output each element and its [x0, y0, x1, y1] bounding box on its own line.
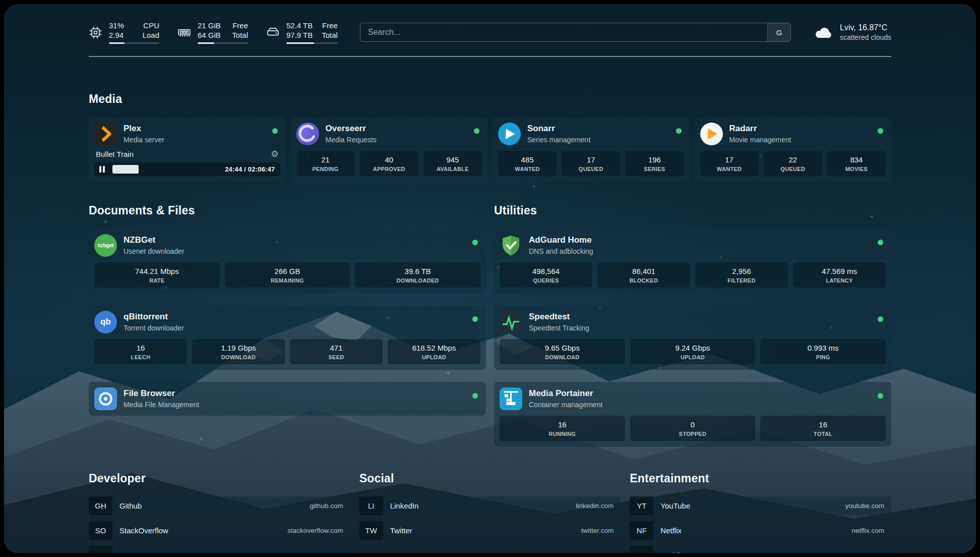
stat-seed: 471 SEED [290, 339, 383, 364]
stat-series: 196 SERIES [625, 151, 684, 176]
status-dot [472, 316, 478, 322]
service-name: Speedtest [529, 312, 589, 322]
section-title-social: Social [359, 472, 621, 485]
stat-movies: 834 MOVIES [827, 151, 886, 176]
weather-widget: Lviv, 16.87°C scattered clouds [814, 23, 891, 41]
service-subtitle: Usenet downloader [124, 247, 185, 255]
top-bar: 31% CPU 2.94 Load [89, 4, 891, 44]
section-title-developer: Developer [89, 472, 350, 485]
memory-free-label: Free [232, 21, 248, 31]
bookmark-name: DEV [119, 551, 135, 553]
portainer-card[interactable]: Media Portainer Container management 16 … [494, 382, 891, 447]
stat-approved: 40 APPROVED [360, 151, 418, 176]
bookmark-name: Reddit [660, 551, 682, 553]
stat-pending: 21 PENDING [296, 151, 355, 176]
bookmark-stackoverflow[interactable]: SO StackOverflow stackoverflow.com [89, 521, 350, 540]
service-name: Media Portainer [529, 388, 602, 399]
snow-specks [4, 4, 6, 6]
disk-free: 52.4 TB [286, 21, 313, 31]
memory-icon [177, 26, 191, 39]
service-subtitle: Media Requests [326, 136, 377, 144]
filebrowser-card[interactable]: File Browser Media File Management [89, 382, 486, 416]
memory-total-label: Total [232, 31, 248, 40]
bookmark-url: stackoverflow.com [287, 527, 343, 534]
radarr-card[interactable]: Radarr Movie management 17 WANTED 22 QUE… [695, 117, 892, 182]
portainer-crane-icon [500, 387, 522, 410]
disk-total-label: Total [322, 31, 338, 40]
service-name: qBittorrent [124, 312, 184, 322]
service-subtitle: Media File Management [124, 401, 199, 409]
service-name: Sonarr [527, 124, 590, 134]
pause-icon[interactable] [99, 166, 105, 173]
search-input[interactable] [360, 23, 767, 41]
service-name: AdGuard Home [529, 235, 593, 245]
bookmark-name: LinkedIn [390, 502, 419, 510]
stat-wanted: 485 WANTED [498, 151, 557, 176]
cpu-label: CPU [143, 21, 159, 31]
service-subtitle: Media server [124, 136, 164, 144]
weather-location: Lviv, 16.87°C [840, 23, 891, 32]
memory-free: 21 GiB [198, 21, 221, 31]
bookmark-abbr: NF [630, 521, 653, 540]
cpu-bar-fill [109, 42, 125, 44]
stat-rate: 744.21 Mbps RATE [94, 262, 220, 288]
sonarr-card[interactable]: Sonarr Series management 485 WANTED 17 Q… [493, 117, 690, 182]
memory-widget: 21 GiB Free 64 GiB Total [177, 21, 248, 44]
stat-latency: 47.569 ms LATENCY [793, 262, 886, 288]
bookmark-url: twitter.com [581, 527, 614, 534]
bookmark-name: YouTube [660, 502, 690, 510]
overseerr-card[interactable]: Overseerr Media Requests 21 PENDING 40 A… [291, 117, 488, 182]
disk-icon [266, 26, 280, 39]
service-name: File Browser [124, 388, 199, 399]
bookmark-name: Netflix [660, 526, 682, 535]
bookmark-twitter[interactable]: TW Twitter twitter.com [359, 521, 621, 540]
gear-icon[interactable]: ⚙ [271, 150, 278, 158]
topbar-divider [89, 56, 891, 57]
qbittorrent-card[interactable]: qb qBittorrent Torrent downloader 16 LEE… [89, 305, 486, 370]
adguard-card[interactable]: AdGuard Home DNS and adblocking 498,564 … [494, 229, 891, 293]
playback-progress-bar[interactable]: 24:44 / 02:06:47 [94, 162, 280, 176]
disk-free-label: Free [322, 21, 338, 31]
bookmark-url: dev.to [325, 551, 343, 553]
bookmark-reddit[interactable]: RE Reddit reddit.com [630, 546, 891, 553]
now-playing-title: Bullet Train [96, 150, 134, 158]
plex-card[interactable]: Plex Media server Bullet Train ⚙ 24:44 /… [89, 117, 286, 182]
service-subtitle: DNS and adblocking [529, 247, 593, 255]
service-subtitle: Movie management [729, 136, 791, 144]
bookmark-linkedin[interactable]: LI LinkedIn linkedin.com [359, 496, 621, 515]
search-provider-button[interactable]: G [767, 23, 790, 41]
bookmark-github[interactable]: GH Github github.com [89, 496, 350, 515]
status-dot [474, 128, 479, 134]
cpu-percent: 31% [109, 21, 124, 31]
bookmark-dev[interactable]: DT DEV dev.to [89, 546, 350, 553]
bookmark-name: StackOverflow [119, 526, 168, 535]
bookmark-netflix[interactable]: NF Netflix netflix.com [630, 521, 891, 540]
qbittorrent-icon: qb [94, 311, 117, 333]
bookmark-name: Twitter [390, 526, 412, 535]
cpu-load: 2.94 [109, 31, 124, 40]
memory-bar [198, 42, 248, 44]
memory-bar-fill [198, 42, 214, 44]
bookmark-abbr: RE [630, 546, 653, 553]
nzbget-card[interactable]: nzbget NZBGet Usenet downloader 744.21 M… [89, 229, 486, 293]
bookmark-abbr: GH [89, 496, 112, 515]
playback-progress-fill [112, 165, 139, 174]
stat-remaining: 266 GB REMAINING [225, 262, 350, 288]
section-title-documents: Documents & Files [89, 204, 486, 217]
stat-download: 9.65 Gbps DOWNLOAD [500, 339, 625, 364]
status-dot [472, 393, 478, 399]
section-title-media: Media [89, 92, 891, 106]
bookmark-name: Github [119, 502, 142, 510]
bookmark-url: linkedin.com [576, 502, 614, 510]
bookmark-url: youtube.com [845, 502, 884, 510]
bookmark-youtube[interactable]: YT YouTube youtube.com [630, 496, 891, 515]
speedtest-card[interactable]: Speedtest Speedtest Tracking 9.65 Gbps D… [494, 305, 891, 370]
service-name: Plex [124, 124, 164, 134]
disk-widget: 52.4 TB Free 97.9 TB Total [266, 21, 338, 44]
developer-column: Developer GH Github github.com SO StackO… [89, 472, 350, 553]
status-dot [272, 128, 278, 134]
cpu-load-label: Load [143, 31, 159, 40]
stat-download: 1.19 Gbps DOWNLOAD [192, 339, 285, 364]
stat-queued: 22 QUEUED [764, 151, 822, 176]
cpu-bar [109, 42, 159, 44]
